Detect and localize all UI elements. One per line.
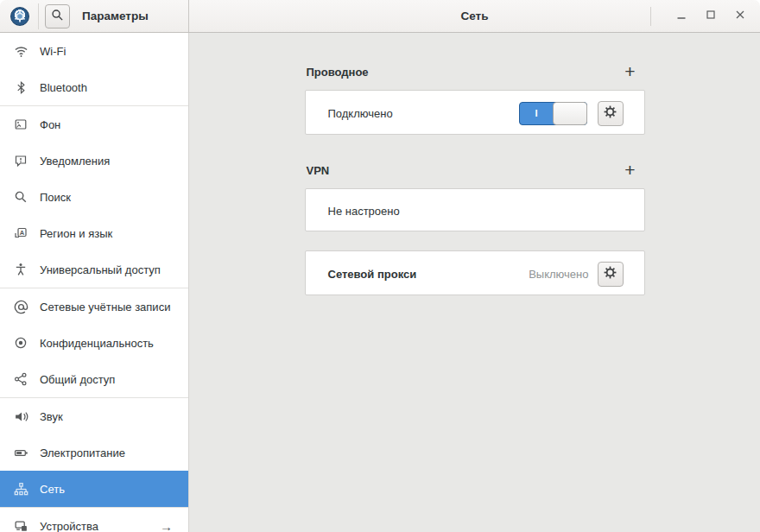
proxy-card: Сетевой прокси Выключено	[305, 250, 645, 295]
sidebar-item-bluetooth[interactable]: Bluetooth	[0, 69, 188, 105]
online-accounts-icon	[13, 299, 28, 314]
gear-icon	[604, 266, 617, 282]
bluetooth-icon	[13, 79, 28, 95]
devices-icon	[13, 518, 28, 532]
sharing-icon	[13, 371, 28, 387]
wired-section-title: Проводное	[307, 66, 369, 79]
close-button[interactable]	[729, 5, 751, 28]
sidebar-item-accessibility[interactable]: Универсальный доступ	[0, 251, 188, 288]
wired-section-header: Проводное +	[305, 62, 645, 81]
header-separator	[38, 3, 39, 29]
wired-connection-row[interactable]: Подключено I	[306, 91, 644, 136]
vpn-section-header: VPN +	[305, 161, 645, 180]
sidebar-item-label: Регион и язык	[40, 227, 178, 240]
add-vpn-button[interactable]: +	[621, 162, 640, 178]
switch-knob	[553, 102, 587, 125]
network-icon	[13, 481, 28, 497]
close-icon	[735, 10, 745, 22]
power-icon	[13, 445, 28, 460]
wired-toggle-switch[interactable]: I	[519, 102, 587, 125]
sidebar-item-label: Устройства	[40, 520, 160, 532]
sidebar-item-wifi[interactable]: Wi-Fi	[0, 33, 188, 69]
wifi-icon	[13, 43, 28, 59]
proxy-label: Сетевой прокси	[328, 268, 529, 281]
sidebar-item-region[interactable]: AРегион и язык	[0, 215, 188, 251]
sidebar-item-label: Электропитание	[40, 446, 178, 459]
proxy-row[interactable]: Сетевой прокси Выключено	[306, 251, 644, 296]
vpn-status-label: Не настроено	[328, 205, 624, 218]
sidebar-item-label: Конфиденциальность	[40, 337, 178, 350]
arrow-right-icon: →	[160, 519, 173, 532]
privacy-icon	[13, 335, 28, 351]
search-button[interactable]	[45, 4, 70, 28]
sidebar-item-power[interactable]: Электропитание	[0, 434, 188, 471]
gear-icon	[604, 105, 617, 121]
app-title: Параметры	[82, 10, 149, 22]
proxy-status: Выключено	[529, 268, 588, 281]
sidebar-item-notifications[interactable]: Уведомления	[0, 142, 188, 179]
accessibility-icon	[13, 262, 28, 277]
maximize-icon	[706, 10, 716, 22]
maximize-button[interactable]	[700, 5, 722, 28]
sidebar-item-label: Сетевые учётные записи	[40, 301, 178, 314]
window-controls	[650, 0, 760, 32]
sidebar-item-label: Bluetooth	[40, 81, 178, 94]
region-language-icon: A	[13, 225, 28, 241]
headerbar-left: Параметры	[0, 0, 189, 32]
wired-status-label: Подключено	[328, 107, 519, 120]
vpn-row[interactable]: Не настроено	[306, 189, 644, 232]
sound-icon	[13, 408, 28, 424]
sidebar-item-label: Поиск	[40, 191, 178, 204]
network-panel: Проводное + Подключено I	[189, 33, 760, 532]
sidebar: Wi-FiBluetoothФонУведомленияПоискAРегион…	[0, 33, 189, 532]
settings-window: Параметры Сеть	[0, 0, 760, 532]
search-icon	[13, 189, 28, 205]
vpn-card: Не настроено	[305, 188, 645, 231]
svg-text:A: A	[20, 229, 25, 237]
headerbar: Параметры Сеть	[0, 0, 760, 33]
switch-on-glyph: I	[520, 103, 554, 124]
sidebar-item-label: Звук	[40, 410, 178, 423]
vpn-section-title: VPN	[307, 164, 330, 177]
wired-settings-button[interactable]	[598, 101, 624, 126]
window-body: Wi-FiBluetoothФонУведомленияПоискAРегион…	[0, 33, 760, 532]
sidebar-item-background[interactable]: Фон	[0, 106, 188, 142]
sidebar-item-privacy[interactable]: Конфиденциальность	[0, 325, 188, 361]
sidebar-item-search[interactable]: Поиск	[0, 179, 188, 215]
sidebar-item-label: Уведомления	[40, 155, 178, 168]
sidebar-item-label: Wi-Fi	[40, 45, 178, 58]
background-icon	[13, 117, 28, 132]
sidebar-item-label: Фон	[40, 118, 178, 131]
wired-card: Подключено I	[305, 90, 645, 135]
sidebar-item-devices[interactable]: Устройства→	[0, 508, 188, 532]
search-icon	[51, 9, 64, 24]
add-wired-connection-button[interactable]: +	[621, 64, 640, 79]
sidebar-item-label: Сеть	[40, 483, 178, 496]
sidebar-item-accounts[interactable]: Сетевые учётные записи	[0, 288, 188, 325]
sidebar-item-label: Универсальный доступ	[40, 263, 178, 276]
sidebar-item-label: Общий доступ	[40, 373, 178, 386]
window-controls-separator	[650, 7, 651, 26]
sidebar-item-network[interactable]: Сеть	[0, 471, 188, 507]
proxy-settings-button[interactable]	[598, 262, 624, 287]
minimize-button[interactable]	[670, 5, 693, 28]
sidebar-item-sharing[interactable]: Общий доступ	[0, 361, 188, 397]
notifications-icon	[13, 153, 28, 168]
headerbar-right: Сеть	[189, 0, 760, 32]
sidebar-item-sound[interactable]: Звук	[0, 398, 188, 434]
settings-app-icon	[10, 7, 29, 26]
minimize-icon	[676, 10, 687, 22]
